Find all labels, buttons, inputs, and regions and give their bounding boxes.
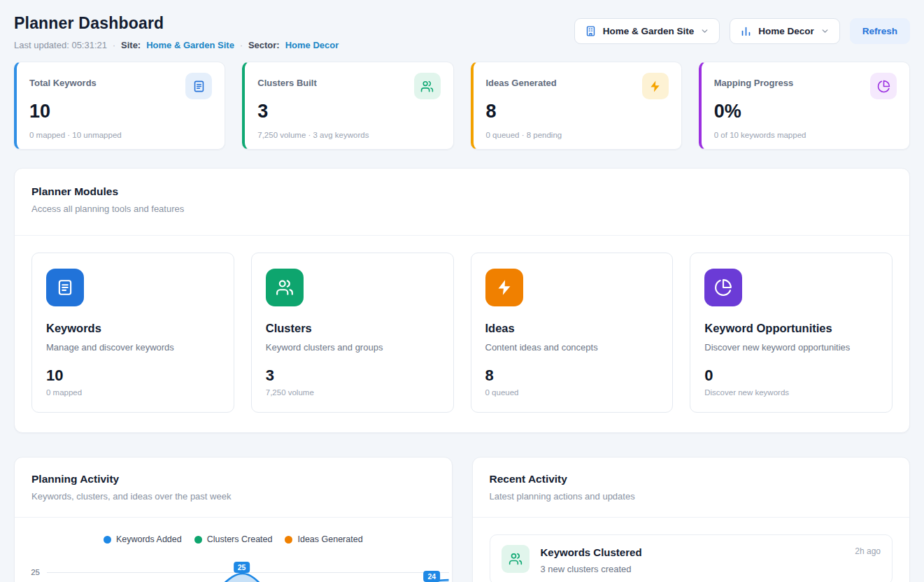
sector-selector-dropdown[interactable]: Home Decor — [730, 18, 840, 44]
module-title: Keywords — [46, 322, 220, 335]
meta-separator: · — [113, 41, 115, 50]
header-left: Planner Dashboard Last updated: 05:31:21… — [14, 10, 339, 50]
sector-selector-label: Home Decor — [758, 26, 814, 36]
header-controls: Home & Garden Site Home Decor Refresh — [574, 18, 910, 44]
meta-separator: · — [240, 41, 243, 50]
module-description: Keyword clusters and groups — [266, 342, 439, 353]
legend-dot-icon — [285, 536, 292, 544]
page-title: Planner Dashboard — [14, 14, 339, 33]
page-header: Planner Dashboard Last updated: 05:31:21… — [14, 10, 910, 50]
stat-label: Total Keywords — [29, 73, 97, 88]
module-value: 3 — [266, 367, 439, 385]
site-link[interactable]: Home & Garden Site — [146, 40, 234, 50]
planner-dashboard-page: Planner Dashboard Last updated: 05:31:21… — [0, 0, 924, 582]
data-point-label: 25 — [234, 562, 250, 573]
activity-list-item: Keywords Clustered 2h ago 3 new clusters… — [490, 534, 893, 582]
module-value: 0 — [704, 367, 878, 385]
stat-label: Clusters Built — [257, 73, 317, 88]
modules-grid: Keywords Manage and discover keywords 10… — [15, 236, 909, 432]
stat-detail: 0 mapped · 10 unmapped — [29, 131, 212, 139]
stats-row: Total Keywords 10 0 mapped · 10 unmapped… — [14, 62, 910, 150]
users-icon — [502, 545, 529, 573]
stat-value: 0% — [714, 101, 897, 122]
stat-detail: 7,250 volume · 3 avg keywords — [257, 131, 440, 139]
section-title: Recent Activity — [490, 473, 893, 485]
planning-activity-chart: 25 25 24 — [15, 555, 452, 582]
module-title: Clusters — [266, 322, 439, 335]
section-subtitle: Latest planning actions and updates — [490, 491, 893, 502]
module-card-keyword-opportunities[interactable]: Keyword Opportunities Discover new keywo… — [690, 253, 893, 413]
module-description: Content ideas and concepts — [485, 342, 659, 353]
site-selector-label: Home & Garden Site — [603, 26, 695, 36]
module-title: Ideas — [485, 322, 659, 335]
bottom-row: Planning Activity Keywords, clusters, an… — [14, 457, 910, 582]
building-icon — [585, 25, 597, 37]
section-subtitle: Keywords, clusters, and ideas over the p… — [31, 491, 435, 502]
stat-label: Mapping Progress — [714, 73, 793, 88]
data-point-label: 24 — [424, 571, 441, 582]
page-meta: Last updated: 05:31:21 · Site: Home & Ga… — [14, 40, 339, 50]
refresh-button[interactable]: Refresh — [850, 18, 910, 44]
document-icon — [185, 73, 212, 99]
stat-value: 8 — [486, 101, 669, 122]
module-description: Discover new keyword opportunities — [704, 342, 878, 353]
sector-label: Sector: — [248, 40, 280, 50]
module-detail: 0 queued — [485, 388, 659, 397]
stat-detail: 0 of 10 keywords mapped — [714, 131, 897, 139]
bar-chart-icon — [740, 25, 752, 37]
pie-chart-icon — [870, 73, 897, 99]
sector-link[interactable]: Home Decor — [285, 40, 339, 50]
module-description: Manage and discover keywords — [46, 342, 220, 353]
stat-card-mapping-progress: Mapping Progress 0% 0 of 10 keywords map… — [699, 62, 910, 150]
stat-card-total-keywords: Total Keywords 10 0 mapped · 10 unmapped — [14, 62, 225, 150]
legend-item-ideas-generated: Ideas Generated — [285, 534, 362, 544]
module-card-ideas[interactable]: Ideas Content ideas and concepts 8 0 que… — [471, 253, 674, 413]
users-icon — [266, 269, 304, 306]
document-icon — [46, 269, 84, 306]
users-icon — [414, 73, 441, 99]
chevron-down-icon — [700, 27, 709, 36]
stat-label: Ideas Generated — [486, 73, 557, 88]
planning-activity-header: Planning Activity Keywords, clusters, an… — [15, 457, 452, 518]
site-selector-dropdown[interactable]: Home & Garden Site — [574, 18, 720, 44]
legend-label: Clusters Created — [207, 534, 273, 544]
zap-icon — [485, 269, 523, 306]
stat-card-ideas-generated: Ideas Generated 8 0 queued · 8 pending — [471, 62, 682, 150]
zap-icon — [642, 73, 669, 99]
pie-chart-icon — [704, 269, 742, 306]
section-subtitle: Access all planning tools and features — [31, 204, 893, 214]
module-value: 10 — [46, 367, 220, 385]
chevron-down-icon — [820, 27, 830, 36]
stat-detail: 0 queued · 8 pending — [486, 131, 669, 139]
section-title: Planner Modules — [31, 185, 893, 198]
module-card-keywords[interactable]: Keywords Manage and discover keywords 10… — [31, 253, 234, 413]
planning-activity-panel: Planning Activity Keywords, clusters, an… — [14, 457, 453, 582]
legend-item-clusters-created: Clusters Created — [194, 534, 273, 544]
activity-item-body: Keywords Clustered 2h ago 3 new clusters… — [541, 545, 881, 574]
recent-activity-header: Recent Activity Latest planning actions … — [473, 457, 910, 518]
module-detail: 7,250 volume — [266, 388, 439, 397]
chart-plot-area: 25 24 — [47, 555, 449, 582]
legend-dot-icon — [194, 536, 202, 544]
refresh-button-label: Refresh — [862, 26, 897, 36]
activity-description: 3 new clusters created — [541, 564, 881, 574]
site-label: Site: — [121, 40, 141, 50]
module-detail: 0 mapped — [46, 388, 220, 397]
y-axis-tick: 25 — [22, 555, 47, 582]
legend-label: Keywords Added — [116, 534, 182, 544]
planner-modules-header: Planner Modules Access all planning tool… — [15, 169, 909, 236]
chart-legend: Keywords Added Clusters Created Ideas Ge… — [15, 534, 452, 544]
module-value: 8 — [485, 367, 659, 385]
module-detail: Discover new keywords — [704, 388, 878, 397]
stat-value: 3 — [257, 101, 440, 122]
legend-dot-icon — [104, 536, 111, 544]
section-title: Planning Activity — [31, 473, 435, 485]
module-card-clusters[interactable]: Clusters Keyword clusters and groups 3 7… — [251, 253, 454, 413]
last-updated-text: Last updated: 05:31:21 — [14, 40, 107, 50]
legend-item-keywords-added: Keywords Added — [104, 534, 182, 544]
planner-modules-panel: Planner Modules Access all planning tool… — [14, 168, 910, 433]
stat-card-clusters-built: Clusters Built 3 7,250 volume · 3 avg ke… — [242, 62, 453, 150]
recent-activity-panel: Recent Activity Latest planning actions … — [472, 457, 911, 582]
activity-timestamp: 2h ago — [855, 546, 881, 556]
module-title: Keyword Opportunities — [704, 322, 878, 335]
